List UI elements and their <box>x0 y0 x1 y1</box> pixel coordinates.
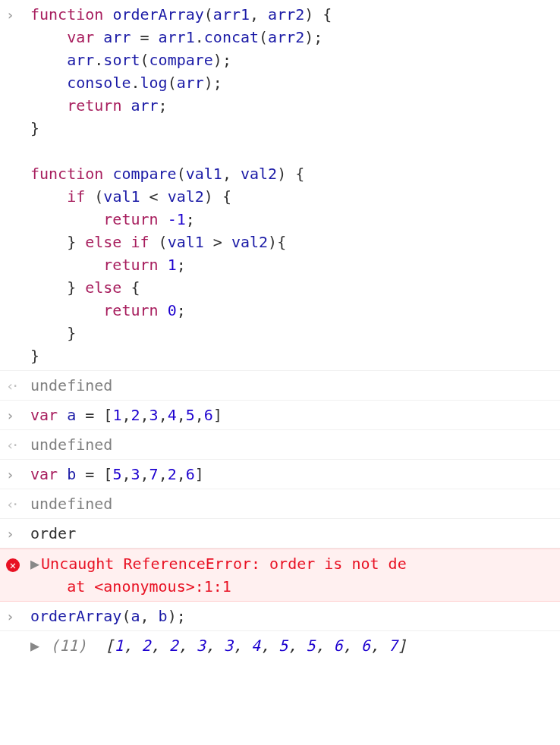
console-entry: ▶ (11) [1, 2, 2, 3, 3, 4, 5, 5, 6, 6, 7] <box>0 631 560 660</box>
console-entry: var b = [5,3,7,2,6] <box>0 460 560 489</box>
output-value: undefined <box>26 433 560 456</box>
input-prompt-icon <box>6 404 26 426</box>
input-prompt-icon <box>6 605 26 627</box>
error-badge-icon: ✕ <box>6 558 20 572</box>
console-entry: undefined <box>0 430 560 460</box>
code-input: var a = [1,2,3,4,5,6] <box>26 404 560 426</box>
console-entry: var a = [1,2,3,4,5,6] <box>0 401 560 430</box>
output-array: ▶ (11) [1, 2, 2, 3, 3, 4, 5, 5, 6, 6, 7] <box>26 634 560 657</box>
console-output[interactable]: function orderArray(arr1, arr2) { var ar… <box>0 0 560 660</box>
disclosure-triangle-icon[interactable]: ▶ <box>30 634 39 657</box>
error-message: ▶Uncaught ReferenceError: order is not d… <box>26 552 560 598</box>
console-entry: ✕▶Uncaught ReferenceError: order is not … <box>0 549 560 602</box>
disclosure-triangle-icon[interactable]: ▶ <box>30 552 39 575</box>
code-input: orderArray(a, b); <box>26 605 560 627</box>
console-entry: undefined <box>0 489 560 519</box>
code-input: var b = [5,3,7,2,6] <box>26 463 560 486</box>
output-prompt-icon <box>6 433 26 455</box>
error-icon: ✕ <box>6 552 26 574</box>
output-value: undefined <box>26 492 560 515</box>
input-prompt-icon <box>6 522 26 544</box>
console-entry: order <box>0 519 560 549</box>
code-input: order <box>26 522 560 545</box>
output-value: undefined <box>26 374 560 397</box>
output-prompt-icon <box>6 374 26 396</box>
code-input: function orderArray(arr1, arr2) { var ar… <box>26 3 560 367</box>
output-prompt-icon <box>6 492 26 514</box>
input-prompt-icon <box>6 3 26 25</box>
console-entry: undefined <box>0 371 560 401</box>
console-entry: orderArray(a, b); <box>0 602 560 631</box>
console-entry: function orderArray(arr1, arr2) { var ar… <box>0 0 560 371</box>
output-prompt-icon <box>6 634 26 636</box>
input-prompt-icon <box>6 463 26 485</box>
